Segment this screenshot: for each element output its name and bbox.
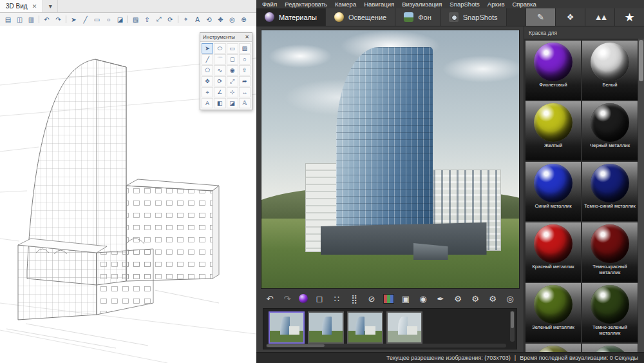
save-icon[interactable]: ◫ [14, 14, 25, 25]
menu-file[interactable]: Файл [258, 1, 281, 8]
undo-icon[interactable]: ↶ [41, 14, 52, 25]
text-tool-icon[interactable]: A [202, 98, 213, 108]
select-tool-icon[interactable]: ➤ [202, 43, 213, 54]
circle-icon[interactable]: ○ [103, 14, 114, 25]
render-thumb-3[interactable] [347, 311, 383, 344]
gear-add-icon[interactable]: ⚙ [452, 294, 464, 304]
line-icon[interactable]: ╱ [80, 14, 91, 25]
pan-icon[interactable]: ✥ [215, 14, 226, 25]
material-swatch-darkred-metallic[interactable]: Темно-красный металлик [582, 222, 638, 282]
tape-measure-tool-icon[interactable]: ⌖ [202, 87, 213, 97]
scale-tool-icon[interactable]: ⤢ [227, 76, 238, 86]
palette-tab[interactable]: ❖ [555, 8, 585, 26]
menu-edit[interactable]: Редактировать [281, 1, 331, 8]
circle-tool-icon[interactable]: ○ [239, 54, 251, 64]
eyedropper-icon[interactable]: ✒ [435, 294, 446, 304]
menu-help[interactable]: Справка [508, 1, 540, 8]
section-tool-icon[interactable]: ◧ [214, 98, 225, 108]
paint-icon[interactable]: ▨ [130, 14, 141, 25]
menu-render[interactable]: Визуализация [398, 1, 446, 8]
tab-materials[interactable]: Материалы [256, 8, 326, 26]
settings-icon[interactable]: ⊕ [238, 14, 249, 25]
disable-icon[interactable]: ⊘ [366, 294, 377, 304]
eraser-icon[interactable]: ◪ [115, 14, 126, 25]
polygon-tool-icon[interactable]: ⬠ [202, 65, 213, 75]
eraser-tool-icon[interactable]: ◪ [227, 98, 238, 108]
follow-me-tool-icon[interactable]: ➦ [239, 76, 251, 86]
measure-icon[interactable]: ⌖ [180, 14, 191, 25]
modeler-viewport[interactable]: Инструменты ✕ ➤ ⬭ ▭ ▨ ╱ ⌒ ◻ ○ ⬠ ∿ ◉ ⇧ ✥ [0, 26, 256, 363]
tab-3d-view[interactable]: 3D Вид ✕ [0, 0, 43, 12]
rectangle-tool-icon[interactable]: ◻ [227, 54, 238, 64]
menu-archive[interactable]: Архив [484, 1, 509, 8]
object-cube-icon[interactable]: ◻ [314, 294, 325, 304]
add-tab-button[interactable]: ▾ [43, 0, 58, 12]
3d-text-tool-icon[interactable]: 𝔸 [239, 98, 251, 108]
dot-grid-icon[interactable]: ⣿ [348, 294, 360, 304]
menu-snapshots[interactable]: SnapShots [446, 1, 483, 8]
frame-grid-icon[interactable]: ▣ [400, 294, 412, 304]
tools-palette-titlebar[interactable]: Инструменты ✕ [200, 33, 252, 42]
push-pull-icon[interactable]: ⇧ [142, 14, 153, 25]
thumbs-vertical-scrollbar[interactable] [510, 311, 515, 342]
menu-navigation[interactable]: Навигация [360, 1, 398, 8]
close-icon[interactable]: ✕ [32, 3, 37, 10]
materials-scrollbar[interactable] [638, 39, 644, 352]
gears-icon[interactable]: ⚙ [469, 294, 481, 304]
tools-palette[interactable]: Инструменты ✕ ➤ ⬭ ▭ ▨ ╱ ⌒ ◻ ○ ⬠ ∿ ◉ ⇧ ✥ [200, 32, 252, 110]
camera-icon[interactable]: ◉ [417, 294, 429, 304]
gear-icon[interactable]: ⚙ [487, 294, 498, 304]
redo-icon[interactable]: ↷ [53, 14, 64, 25]
move-tool-icon[interactable]: ✥ [202, 76, 213, 86]
arc-tool-icon[interactable]: ⌒ [214, 54, 225, 64]
protractor-tool-icon[interactable]: ∠ [214, 87, 225, 97]
material-swatch-green-metallic[interactable]: Зеленый металлик [526, 283, 581, 342]
freehand-tool-icon[interactable]: ∿ [214, 65, 225, 75]
tab-snapshots[interactable]: SnapShots [440, 8, 507, 26]
render-thumb-1[interactable] [269, 311, 305, 344]
material-swatch-white[interactable]: Белый [582, 41, 638, 100]
axes-tool-icon[interactable]: ⊹ [227, 87, 238, 97]
zoom-tool-icon[interactable]: ◎ [504, 294, 516, 304]
lasso-tool-icon[interactable]: ⬭ [214, 43, 225, 54]
orbit-icon[interactable]: ⟲ [204, 14, 214, 25]
instances-icon[interactable]: ∷ [331, 294, 343, 304]
zoom-icon[interactable]: ◎ [227, 14, 238, 25]
offset-tool-icon[interactable]: ◉ [227, 65, 238, 75]
landscape-tab[interactable]: ▲▲ [585, 8, 614, 26]
material-swatch-red-metallic[interactable]: Красный металлик [526, 222, 581, 282]
tab-lighting[interactable]: Освещение [326, 8, 395, 26]
dimension-tool-icon[interactable]: ↔ [239, 87, 251, 97]
render-preview[interactable] [261, 30, 520, 289]
rectangle-icon[interactable]: ▭ [91, 14, 102, 25]
color-grid-icon[interactable] [383, 294, 394, 304]
push-pull-tool-icon[interactable]: ⇧ [239, 65, 251, 75]
rotate-icon[interactable]: ⟳ [165, 14, 176, 25]
paint-brush-tab[interactable]: ✎ [526, 8, 555, 26]
text-icon[interactable]: A [192, 14, 203, 25]
material-swatch-partial-1[interactable] [526, 344, 581, 352]
close-icon[interactable]: ✕ [245, 34, 249, 40]
favorites-star-tab[interactable]: ★ [614, 8, 644, 26]
material-sphere-icon[interactable] [299, 294, 308, 303]
undo-icon[interactable]: ↶ [264, 294, 276, 304]
paint-tool-icon[interactable]: ▨ [239, 43, 251, 54]
render-thumb-2[interactable] [308, 311, 344, 344]
render-thumb-4[interactable] [386, 311, 422, 344]
redo-icon[interactable]: ↷ [281, 294, 293, 304]
select-icon[interactable]: ➤ [68, 14, 79, 25]
material-swatch-black-metallic[interactable]: Черный металлик [582, 101, 638, 161]
material-swatch-darkgreen-metallic[interactable]: Темно-зеленый металлик [582, 283, 638, 342]
material-swatch-blue-metallic[interactable]: Синий металлик [526, 162, 581, 221]
open-icon[interactable]: ▤ [3, 14, 14, 25]
material-swatch-violet[interactable]: Фиолетовый [526, 41, 581, 100]
line-tool-icon[interactable]: ╱ [202, 54, 213, 64]
material-swatch-yellow[interactable]: Желтый [526, 101, 581, 161]
move-icon[interactable]: ⤢ [153, 14, 164, 25]
rotate-tool-icon[interactable]: ⟳ [214, 76, 225, 86]
material-swatch-partial-2[interactable] [582, 344, 638, 352]
tab-background[interactable]: Фон [395, 8, 440, 26]
rect-select-tool-icon[interactable]: ▭ [227, 43, 238, 54]
material-swatch-darkblue-metallic[interactable]: Темно-синий металлик [582, 162, 638, 221]
print-icon[interactable]: ▥ [26, 14, 37, 25]
